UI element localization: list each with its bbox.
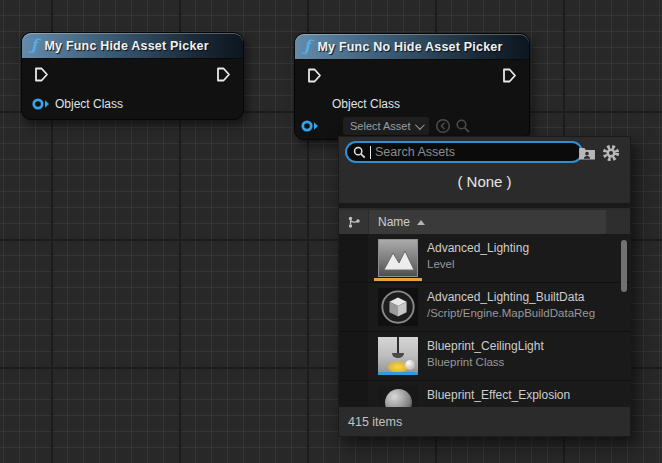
function-icon: ƒ xyxy=(31,38,37,53)
blueprint-graph-canvas[interactable]: ƒ My Func Hide Asset Picker Object Class… xyxy=(0,0,662,463)
list-header: Name xyxy=(339,210,630,234)
source-control-icon xyxy=(347,215,361,229)
object-class-label: Object Class xyxy=(55,97,123,111)
asset-row-blueprint-ceilinglight[interactable]: Blueprint_CeilingLight Blueprint Class xyxy=(339,332,630,381)
node-title: My Func Hide Asset Picker xyxy=(44,39,208,53)
asset-type: Blueprint Class xyxy=(427,356,504,368)
asset-title: Blueprint_CeilingLight xyxy=(427,339,544,353)
asset-list[interactable]: Advanced_Lighting Level Advanced_Lightin… xyxy=(339,234,630,409)
item-count-footer: 415 items xyxy=(339,407,630,436)
divider xyxy=(339,203,630,208)
exec-input-pin[interactable] xyxy=(306,67,323,84)
level-thumbnail-icon xyxy=(378,239,418,277)
function-icon: ƒ xyxy=(304,39,310,54)
asset-title: Advanced_Lighting xyxy=(427,241,529,255)
builtdata-thumbnail-icon xyxy=(378,288,418,326)
blueprint-color-strip xyxy=(378,372,418,375)
asset-title: Advanced_Lighting_BuiltData xyxy=(427,290,584,304)
settings-gear-icon[interactable] xyxy=(602,144,620,162)
text-caret xyxy=(370,146,371,159)
history-back-icon[interactable] xyxy=(435,118,451,134)
node-my-func-no-hide-asset-picker[interactable]: ƒ My Func No Hide Asset Picker Object Cl… xyxy=(294,33,530,140)
zoom-to-asset-icon[interactable] xyxy=(455,118,471,134)
browse-to-asset-icon[interactable] xyxy=(578,144,596,162)
name-column-header[interactable]: Name xyxy=(369,210,606,234)
level-color-strip xyxy=(374,278,422,281)
asset-type: /Script/Engine.MapBuildDataReg xyxy=(427,307,595,319)
search-box[interactable] xyxy=(345,141,583,163)
sort-ascending-icon xyxy=(417,220,425,225)
current-asset-value: ( None ) xyxy=(339,173,630,190)
source-control-column-header[interactable] xyxy=(339,210,368,234)
search-assets-input[interactable] xyxy=(375,145,575,159)
node-title-bar[interactable]: ƒ My Func No Hide Asset Picker xyxy=(295,34,529,60)
exec-output-pin[interactable] xyxy=(501,67,518,84)
ceiling-light-thumbnail-icon xyxy=(378,337,418,375)
select-asset-label: Select Asset xyxy=(350,120,411,132)
asset-title: Blueprint_Effect_Explosion xyxy=(427,388,570,402)
asset-row-blueprint-effect-explosion[interactable]: Blueprint_Effect_Explosion xyxy=(339,381,630,409)
explosion-thumbnail-icon xyxy=(378,386,418,409)
exec-output-pin[interactable] xyxy=(215,66,232,83)
search-icon xyxy=(353,146,366,159)
asset-row-advanced-lighting[interactable]: Advanced_Lighting Level xyxy=(339,234,630,283)
asset-type: Level xyxy=(427,258,455,270)
list-scrollbar-thumb[interactable] xyxy=(621,240,627,292)
node-my-func-hide-asset-picker[interactable]: ƒ My Func Hide Asset Picker Object Class xyxy=(21,32,244,120)
asset-picker-popup: ( None ) Name xyxy=(338,136,631,437)
chevron-down-icon xyxy=(415,120,425,130)
node-title: My Func No Hide Asset Picker xyxy=(317,40,502,54)
object-class-label: Object Class xyxy=(332,97,400,111)
node-title-bar[interactable]: ƒ My Func Hide Asset Picker xyxy=(22,33,243,59)
exec-input-pin[interactable] xyxy=(33,66,50,83)
name-column-label: Name xyxy=(378,215,410,229)
object-class-pin[interactable] xyxy=(31,97,51,111)
select-asset-dropdown[interactable]: Select Asset xyxy=(343,117,429,135)
object-class-pin[interactable] xyxy=(300,119,320,133)
item-count-label: 415 items xyxy=(348,415,402,429)
asset-row-advanced-lighting-builtdata[interactable]: Advanced_Lighting_BuiltData /Script/Engi… xyxy=(339,283,630,332)
header-scroll-gutter xyxy=(606,210,630,234)
